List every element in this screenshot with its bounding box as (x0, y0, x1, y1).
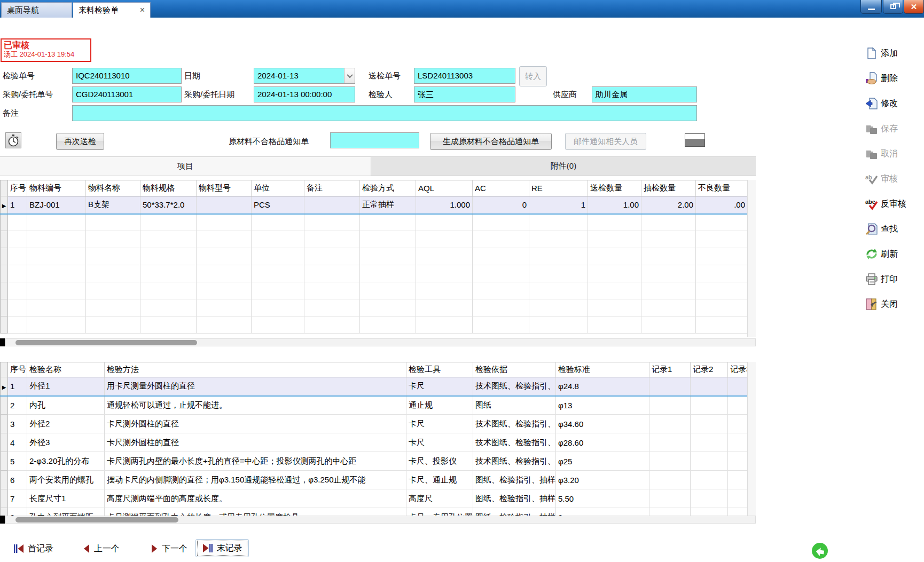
defect-notice-label: 原材料不合格品通知单 (229, 133, 309, 149)
new-page-icon (865, 47, 878, 60)
scrollbar-thumb[interactable] (15, 517, 178, 523)
tab-incoming-inspection[interactable]: 来料检验单 × (73, 2, 151, 18)
sidebar-find-button[interactable]: 查找 (865, 220, 924, 238)
sidebar-audit-button[interactable]: ab 审核 (865, 170, 924, 187)
table-row[interactable]: 1外径1用卡尺测量外圆柱的直径卡尺技术图纸、检验指引、抽样标准φ24.8 (1, 377, 748, 396)
sidebar-delete-button[interactable]: 删除 (865, 70, 924, 87)
column-header[interactable]: 记录1 (649, 362, 691, 377)
column-header[interactable]: 检验依据 (473, 362, 556, 377)
column-header[interactable]: AC (473, 180, 529, 196)
sidebar-refresh-button[interactable]: 刷新 (865, 246, 924, 263)
table-row[interactable]: 8孔中心到平面端距卡尺测端平面到孔中心的长度，或用专用孔位置度检具。卡尺、专用孔… (1, 508, 748, 516)
column-header[interactable]: 物料规格 (140, 180, 197, 196)
nav-previous-record[interactable]: 上一个 (83, 541, 120, 557)
audit-status: 已审核 (4, 41, 88, 50)
sidebar-label: 刷新 (881, 249, 898, 260)
items-grid-area: 序号物料编号物料名称物料规格物料型号单位备注检验方式AQLACRE送检数量抽检数… (0, 180, 756, 337)
column-header[interactable]: 序号 (8, 180, 27, 196)
date-combo[interactable]: 2024-01-13 (254, 68, 355, 84)
transfer-button[interactable]: 转入 (519, 66, 547, 86)
items-grid-vscrollbar[interactable] (747, 180, 756, 337)
items-grid-hscrollbar[interactable] (5, 338, 756, 346)
titlebar: 桌面导航 来料检验单 × ✕ (0, 0, 924, 18)
scrollbar-thumb[interactable] (15, 340, 197, 345)
column-header[interactable]: 记录2 (691, 362, 728, 377)
floating-action-button[interactable] (811, 542, 829, 560)
column-header[interactable]: 记录3 (728, 362, 748, 377)
row-selector (1, 508, 8, 516)
restore-button[interactable] (883, 0, 903, 14)
purchase-date-field[interactable]: 2024-01-13 00:00:00 (254, 86, 355, 102)
inspection-grid-hscrollbar[interactable] (5, 516, 756, 524)
grid-corner-marker (0, 338, 5, 346)
table-row[interactable]: 2内孔通规轻松可以通过，止规不能进。通止规图纸φ13 (1, 396, 748, 415)
exit-door-icon (865, 298, 878, 311)
current-row-marker-icon (2, 200, 6, 209)
row-selector (1, 377, 8, 396)
sidebar-modify-button[interactable]: 修改 (865, 95, 924, 112)
sidebar-close-button[interactable]: 关闭 (865, 296, 924, 313)
column-header[interactable]: 备注 (304, 180, 360, 196)
column-header[interactable]: RE (529, 180, 588, 196)
column-header[interactable]: 序号 (8, 362, 27, 377)
column-header[interactable]: 物料名称 (86, 180, 140, 196)
inspection-grid: 序号检验名称检验方法检验工具检验依据检验标准记录1记录2记录31外径1用卡尺测量… (0, 362, 748, 516)
email-notify-button[interactable]: 邮件通知相关人员 (565, 133, 646, 150)
sidebar-cancel-button[interactable]: 取消 (865, 145, 924, 162)
tab-items[interactable]: 项目 (0, 157, 371, 176)
tab-desktop-nav[interactable]: 桌面导航 (1, 2, 72, 18)
remark-label: 备注 (3, 105, 19, 121)
purchase-no-field[interactable]: CGD240113001 (72, 86, 182, 102)
row-selector (1, 489, 8, 508)
sidebar-unaudit-button[interactable]: abc 反审核 (865, 195, 924, 212)
tab-close-icon[interactable]: × (140, 6, 145, 14)
svg-text:ab: ab (865, 174, 872, 180)
app-window: 桌面导航 来料检验单 × ✕ 已审核 汤工 2024-01-13 19:54 检… (0, 0, 924, 562)
row-selector (1, 196, 8, 214)
inspector-field[interactable]: 张三 (414, 86, 515, 102)
nav-first-record[interactable]: 首记录 (13, 541, 53, 557)
column-header[interactable]: 单位 (252, 180, 304, 196)
column-header[interactable]: AQL (416, 180, 473, 196)
nav-label: 下一个 (162, 543, 187, 555)
delivery-no-field[interactable]: LSD240113003 (414, 68, 515, 84)
defect-notice-field[interactable] (330, 132, 419, 148)
nav-last-record[interactable]: 末记录 (195, 539, 249, 557)
inspection-no-field[interactable]: IQC240113010 (72, 68, 182, 84)
sidebar-label: 取消 (881, 148, 898, 160)
tab-attachments[interactable]: 附件(0) (371, 157, 756, 176)
sidebar-print-button[interactable]: 打印 (865, 271, 924, 288)
purchase-no-label: 采购/委托单号 (3, 86, 53, 102)
table-row[interactable]: 1BZJ-001B支架50*33.7*2.0PCS正常抽样1.000011.00… (1, 196, 748, 214)
column-header[interactable]: 检验方式 (360, 180, 416, 196)
last-record-icon (202, 543, 213, 553)
supplier-field[interactable]: 助川金属 (592, 86, 697, 102)
nav-next-record[interactable]: 下一个 (151, 541, 187, 557)
close-button[interactable]: ✕ (904, 0, 924, 14)
table-row[interactable]: 52-φ3.20孔的分布卡尺测两孔内壁的最小长度+孔的直径=中心距；投影仪测两孔… (1, 452, 748, 471)
sidebar-add-button[interactable]: 添加 (865, 45, 924, 62)
table-row[interactable]: 4外径3卡尺测外圆柱的直径卡尺技术图纸、检验指引、抽样标准φ28.60 (1, 433, 748, 452)
column-header[interactable]: 物料型号 (197, 180, 252, 196)
table-row[interactable]: 7长度尺寸1高度尺测两端平面的高度或长度。高度尺图纸、检验指引、抽样标准5.50 (1, 489, 748, 508)
column-header[interactable]: 物料编号 (27, 180, 86, 196)
resend-inspection-button[interactable]: 再次送检 (56, 133, 104, 150)
column-header[interactable]: 检验名称 (27, 362, 105, 377)
column-header[interactable]: 送检数量 (588, 180, 641, 196)
generate-defect-notice-button[interactable]: 生成原材料不合格品通知单 (430, 133, 552, 150)
column-header[interactable]: 不良数量 (696, 180, 748, 196)
column-header[interactable]: 检验方法 (105, 362, 406, 377)
column-header[interactable]: 检验标准 (556, 362, 649, 377)
table-row[interactable]: 6两个安装用的螺孔摆动卡尺的内侧脚测的直径；用φ3.150通规能轻松通过，φ3.… (1, 471, 748, 489)
remark-field[interactable] (72, 105, 697, 121)
sidebar-save-button[interactable]: 保存 (865, 120, 924, 137)
stopwatch-button[interactable] (5, 132, 21, 148)
minimize-button[interactable] (860, 0, 882, 14)
table-row[interactable]: 3外径2卡尺测外圆柱的直径卡尺技术图纸、检验指引、抽样标准φ34.60 (1, 415, 748, 433)
inspection-grid-vscrollbar[interactable] (747, 362, 756, 516)
column-header[interactable]: 抽检数量 (641, 180, 696, 196)
column-header[interactable]: 检验工具 (406, 362, 473, 377)
chevron-down-icon[interactable] (344, 68, 355, 83)
items-grid: 序号物料编号物料名称物料规格物料型号单位备注检验方式AQLACRE送检数量抽检数… (0, 180, 748, 334)
purchase-date-label: 采购/委托日期 (184, 86, 234, 102)
